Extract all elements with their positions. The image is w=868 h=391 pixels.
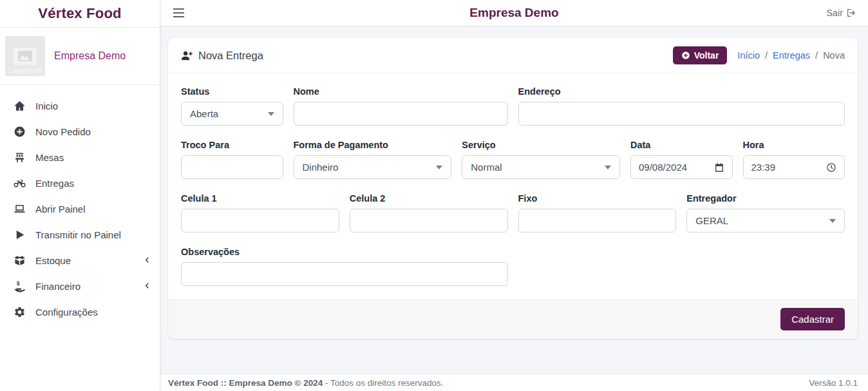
copyright: Vértex Food :: Empresa Demo © 2024 - Tod…: [168, 378, 444, 388]
hora-input[interactable]: 23:39: [743, 155, 845, 179]
breadcrumb-separator: /: [815, 50, 818, 61]
status-select[interactable]: Aberta: [181, 102, 283, 126]
observacoes-input[interactable]: [181, 262, 508, 286]
sidebar-item-transmitir-painel[interactable]: Transmitir no Painel: [0, 222, 160, 247]
clock-icon: [826, 162, 836, 173]
sidebar-item-entregas[interactable]: Entregas: [0, 170, 160, 196]
field-celula-2: Celula 2: [350, 193, 508, 233]
submit-button[interactable]: Cadastrar: [780, 308, 845, 330]
celula-2-label: Celula 2: [350, 193, 508, 204]
calendar-icon: [714, 162, 724, 173]
sidebar-item-mesas[interactable]: Mesas: [0, 144, 160, 170]
status-label: Status: [181, 86, 283, 97]
laptop-icon: [12, 203, 27, 215]
forma-pagamento-label: Forma de Pagamento: [294, 140, 452, 150]
page-footer: Vértex Food :: Empresa Demo © 2024 - Tod…: [160, 374, 868, 391]
play-icon: [12, 229, 27, 241]
card-header: Nova Entrega Voltar Início / Entregas / …: [168, 38, 858, 73]
hamburger-icon: [173, 8, 184, 17]
card-body: Status Aberta Nome Endereço: [168, 73, 858, 299]
back-button[interactable]: Voltar: [673, 46, 728, 64]
troco-para-input[interactable]: [181, 155, 283, 179]
card-title: Nova Entrega: [181, 50, 263, 62]
top-header: Empresa Demo Sair: [160, 0, 868, 26]
sign-out-icon: [846, 8, 856, 18]
field-hora: Hora 23:39: [743, 140, 845, 179]
brand-title: Vértex Food: [38, 5, 121, 22]
plus-circle-icon: [12, 126, 27, 138]
caret-down-icon: [605, 166, 611, 169]
main-area: Empresa Demo Sair Nova Entrega Voltar In: [160, 0, 868, 391]
sidebar-item-estoque[interactable]: Estoque: [0, 247, 160, 273]
breadcrumb-entregas[interactable]: Entregas: [773, 50, 810, 61]
entregador-select[interactable]: GERAL: [686, 209, 845, 233]
logo-placeholder-text: Logomarca: [5, 67, 45, 74]
gear-icon: [12, 306, 27, 318]
field-entregador: Entregador GERAL: [686, 193, 845, 233]
endereco-input[interactable]: [518, 102, 845, 126]
nome-label: Nome: [294, 86, 508, 97]
field-data: Data 09/08/2024: [630, 140, 733, 179]
home-icon: [12, 100, 27, 112]
sidebar-item-financeiro[interactable]: $ Financeiro: [0, 273, 160, 299]
page-title: Empresa Demo: [160, 6, 868, 20]
nome-input[interactable]: [294, 102, 508, 126]
menu-toggle-button[interactable]: [173, 8, 184, 17]
breadcrumb-current: Nova: [823, 50, 845, 61]
entregador-label: Entregador: [686, 193, 845, 204]
chevron-left-icon: [144, 280, 151, 292]
celula-1-label: Celula 1: [181, 193, 339, 204]
card-footer: Cadastrar: [168, 299, 858, 339]
arrow-left-circle-icon: [681, 51, 690, 60]
breadcrumb: Início / Entregas / Nova: [737, 50, 845, 61]
field-forma-pagamento: Forma de Pagamento Dinheiro: [294, 140, 452, 179]
breadcrumb-separator: /: [765, 50, 768, 61]
sidebar-nav: Inicio Novo Pedido Mesas Entregas Abrir …: [0, 85, 160, 325]
version-label: Versão 1.0.1: [809, 378, 858, 388]
data-label: Data: [630, 140, 733, 150]
fixo-label: Fixo: [518, 193, 677, 204]
observacoes-label: Observações: [181, 247, 508, 257]
caret-down-icon: [829, 219, 836, 223]
celula-1-input[interactable]: [181, 209, 339, 233]
caret-down-icon: [436, 166, 442, 169]
hand-dollar-icon: $: [12, 280, 27, 292]
caret-down-icon: [268, 112, 274, 116]
field-fixo: Fixo: [518, 193, 677, 233]
sidebar-item-inicio[interactable]: Inicio: [0, 93, 160, 119]
sidebar-item-novo-pedido[interactable]: Novo Pedido: [0, 119, 160, 144]
sidebar: Vértex Food Logomarca Empresa Demo Inici…: [0, 0, 160, 391]
troco-para-label: Troco Para: [181, 140, 283, 150]
hora-label: Hora: [743, 140, 845, 150]
forma-pagamento-select[interactable]: Dinheiro: [294, 155, 452, 179]
brand: Vértex Food: [0, 0, 160, 28]
table-icon: [12, 151, 27, 164]
motorcycle-icon: [12, 177, 27, 189]
endereco-label: Endereço: [518, 86, 845, 97]
field-troco-para: Troco Para: [181, 140, 283, 179]
servico-label: Serviço: [462, 140, 620, 150]
breadcrumb-inicio[interactable]: Início: [737, 50, 760, 61]
box-icon: [12, 254, 27, 267]
image-placeholder-icon: [14, 48, 37, 65]
servico-select[interactable]: Normal: [462, 155, 620, 179]
card-header-actions: Voltar Início / Entregas / Nova: [673, 46, 845, 64]
company-name: Empresa Demo: [54, 50, 126, 62]
field-endereco: Endereço: [518, 86, 845, 126]
nova-entrega-card: Nova Entrega Voltar Início / Entregas / …: [168, 38, 858, 339]
person-plus-icon: [181, 50, 193, 62]
field-status: Status Aberta: [181, 86, 283, 126]
logo-placeholder: Logomarca: [5, 36, 45, 76]
sidebar-item-configuracoes[interactable]: Configurações: [0, 299, 160, 325]
logout-link[interactable]: Sair: [826, 8, 856, 18]
celula-2-input[interactable]: [350, 209, 508, 233]
data-input[interactable]: 09/08/2024: [630, 155, 733, 179]
user-panel: Logomarca Empresa Demo: [0, 28, 160, 85]
field-nome: Nome: [294, 86, 508, 126]
content-area: Nova Entrega Voltar Início / Entregas / …: [160, 26, 868, 374]
field-observacoes: Observações: [181, 247, 508, 286]
sidebar-item-abrir-painel[interactable]: Abrir Painel: [0, 196, 160, 222]
field-servico: Serviço Normal: [462, 140, 620, 179]
field-celula-1: Celula 1: [181, 193, 339, 233]
fixo-input[interactable]: [518, 209, 677, 233]
